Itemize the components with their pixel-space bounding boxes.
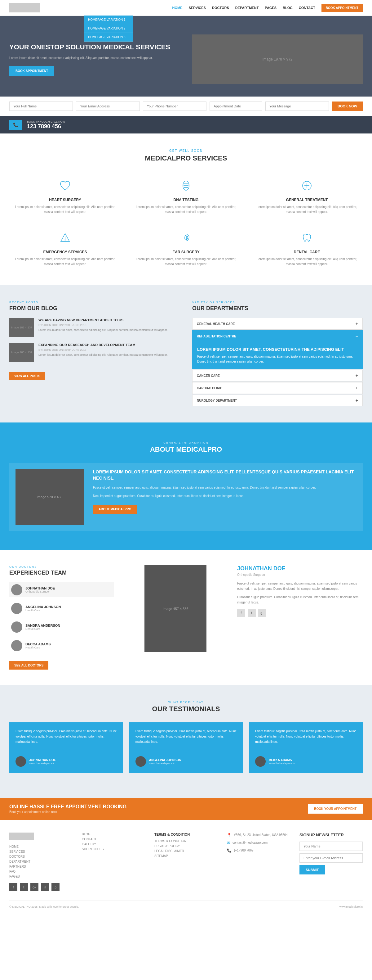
team-member-3[interactable]: BECCA ADAMS Health Care (9, 638, 114, 653)
service-dental-desc: Lorem ipsum dolor sit amet, consectetur … (254, 257, 359, 267)
testi-triangle-1 (62, 749, 70, 753)
dept-item-5: NUROLOGY DEPARTMENT + (192, 395, 363, 406)
footer-social-facebook[interactable]: f (9, 883, 17, 891)
email-input[interactable] (76, 102, 139, 111)
footer-link-department[interactable]: DEPARTMENT (9, 860, 73, 863)
footer-link-services[interactable]: SERVICES (9, 850, 73, 853)
testimonial-1: Etiam tristique sagittis pulvinar. Cras … (9, 722, 123, 773)
footer-link-terms[interactable]: TERMS & CONDITION (154, 839, 218, 843)
footer-bottom-tagline[interactable]: www.medicalpro.in (339, 905, 363, 908)
hero-image: Image 1978 × 972 (192, 35, 363, 84)
footer-link-pages[interactable]: PAGES (9, 875, 73, 878)
about-more-button[interactable]: ABOUT MEDICALPRO (93, 505, 137, 514)
email-icon: ✉ (227, 841, 230, 845)
dropdown-item-3[interactable]: HOMEPAGE VARIATION 3 (84, 33, 133, 41)
cta-button[interactable]: BOOK YOUR APPOINTMENT (308, 804, 363, 814)
footer-social-twitter[interactable]: t (20, 883, 28, 891)
footer-link-privacy[interactable]: PRIVACY POLICY (154, 844, 218, 848)
cta-subtitle: Book your appointment online now (9, 810, 127, 814)
nav-pages[interactable]: PAGES (265, 6, 277, 10)
dept-plus-3: + (356, 373, 358, 378)
dropdown-item-1[interactable]: HOMEPAGE VARIATION 1 (84, 16, 133, 24)
book-now-button[interactable]: BOOK NOW (332, 102, 363, 111)
cta-banner: ONLINE HASSLE FREE APPOINTMENT BOOKING B… (0, 798, 372, 820)
footer-link-blog[interactable]: BLOG (82, 832, 145, 836)
full-name-input[interactable] (9, 102, 73, 111)
social-twitter-icon[interactable]: t (248, 609, 256, 617)
team-member-name-0: JOHNATHAN DOE (25, 586, 55, 590)
footer-link-gallery[interactable]: GALLERY (82, 843, 145, 846)
footer-col-3: TERMS & CONDITION TERMS & CONDITION PRIV… (154, 832, 218, 891)
team-member-1[interactable]: ANGELINA JOHNSON Health Care (9, 601, 114, 616)
about-heading: LOREM IPSUM DOLOR SIT AMET, CONSECTETUR … (93, 469, 356, 481)
service-treatment-desc: Lorem ipsum dolor sit amet, consectetur … (254, 205, 359, 215)
nav-home[interactable]: HOME (173, 6, 183, 10)
about-image-label: Image 570 × 460 (37, 495, 63, 499)
team-member-2[interactable]: SANDRA ANDERSON Dental Care (9, 620, 114, 635)
dept-plus-5: + (356, 398, 358, 403)
dept-header-5[interactable]: NUROLOGY DEPARTMENT + (192, 395, 363, 406)
newsletter-name-input[interactable] (299, 842, 363, 851)
footer-link-contact[interactable]: CONTACT (82, 837, 145, 841)
testi-name-1: JOHNATHAN DOE (29, 758, 56, 762)
footer-link-home[interactable]: HOME (9, 845, 73, 848)
footer-link-partners[interactable]: PARTNERS (9, 865, 73, 868)
team-member-0[interactable]: JOHNATHAN DOE Orthopedic Surgeon (9, 582, 114, 597)
nav-department[interactable]: DEPARTMENT (235, 6, 259, 10)
dropdown-item-2[interactable]: HOMEPAGE VARIATION 2 (84, 24, 133, 33)
team-avatar-1 (11, 603, 22, 614)
newsletter-submit-button[interactable]: SUBMIT (299, 865, 325, 875)
nav-blog[interactable]: BLOG (283, 6, 293, 10)
nav-contact[interactable]: CONTACT (299, 6, 315, 10)
blog-post-2-meta: BY: JOHN DOE ON: 29TH JUNE 2015 (38, 348, 168, 352)
phone-icon: 📞 (13, 122, 18, 127)
active-member-name: JOHNATHAN DOE (237, 565, 363, 572)
newsletter-email-input[interactable] (299, 853, 363, 863)
message-input[interactable] (265, 102, 329, 111)
dna-icon (178, 178, 194, 193)
all-doctors-button[interactable]: SEE ALL DOCTORS (9, 661, 48, 670)
svg-point-9 (65, 240, 65, 240)
active-member-desc2: Curabitur augue praetium. Curabitur eu l… (237, 595, 363, 605)
footer-email-text: contact@medicalpro.com (233, 840, 268, 845)
footer-link-legal[interactable]: LEGAL DISCLAIMER (154, 849, 218, 853)
phone-input[interactable] (143, 102, 206, 111)
footer-social-linkedin[interactable]: in (41, 883, 49, 891)
team-member-info-3: BECCA ADAMS Health Care (25, 642, 51, 649)
nav-doctors[interactable]: DOCTORS (212, 6, 229, 10)
services-subtitle: GET WELL SOON (9, 149, 363, 153)
date-input[interactable] (210, 102, 262, 111)
footer-email: ✉ contact@medicalpro.com (227, 840, 290, 845)
social-google-icon[interactable]: g+ (258, 609, 266, 617)
dept-header-2[interactable]: REHABILITATION CENTRE − (192, 330, 363, 342)
team-member-name-3: BECCA ADAMS (25, 642, 51, 646)
view-all-posts-button[interactable]: VIEW ALL POSTS (9, 372, 45, 380)
hero-cta-button[interactable]: BOOK APPOINTMENT (9, 66, 54, 76)
phone-icon-wrap: 📞 (9, 120, 22, 130)
testi-footer-1: JOHNATHAN DOE www.thebestspace.in (16, 756, 117, 767)
team-avatar-0 (11, 584, 22, 595)
team-photo-label: Image 457 × 586 (163, 607, 188, 611)
footer-nav-col2: BLOG CONTACT GALLERY SHORTCODES (82, 832, 145, 851)
team-detail-column: JOHNATHAN DOE Orthopedic Surgeon Fusce u… (237, 565, 363, 670)
footer-link-faq[interactable]: FAQ (9, 870, 73, 873)
heart-icon (57, 178, 73, 193)
dept-header-4[interactable]: CARDIAC CLINIC + (192, 382, 363, 394)
footer: HOME SERVICES DOCTORS DEPARTMENT PARTNER… (0, 820, 372, 915)
dept-content-2: LOREM IPSUM DOLOR SIT AMET, CONSECTETURI… (192, 342, 363, 369)
dept-subtitle: VARIETY OF SERVICES (192, 301, 363, 304)
book-appointment-button[interactable]: BOOK APPOINTMENT (321, 4, 363, 12)
dept-header-3[interactable]: CANCER CARE + (192, 370, 363, 382)
footer-link-sitemap[interactable]: SITEMAP (154, 854, 218, 858)
dept-name-1: GENERAL HEALTH CARE (197, 322, 235, 326)
nav-services[interactable]: SERVICES (189, 6, 206, 10)
service-dna-desc: Lorem ipsum dolor sit amet, consectetur … (133, 205, 239, 215)
footer-social-pinterest[interactable]: p (51, 883, 60, 891)
service-heart-title: HEART SURGERY (13, 198, 118, 202)
footer-link-shortcodes[interactable]: SHORTCODES (82, 848, 145, 851)
footer-social-google[interactable]: g+ (30, 883, 38, 891)
footer-link-doctors[interactable]: DOCTORS (9, 855, 73, 858)
blog-post-1-excerpt: Lorem ipsum dolor sit amet, consectetur … (38, 328, 168, 332)
social-facebook-icon[interactable]: f (237, 609, 245, 617)
dept-header-1[interactable]: GENERAL HEALTH CARE + (192, 318, 363, 330)
